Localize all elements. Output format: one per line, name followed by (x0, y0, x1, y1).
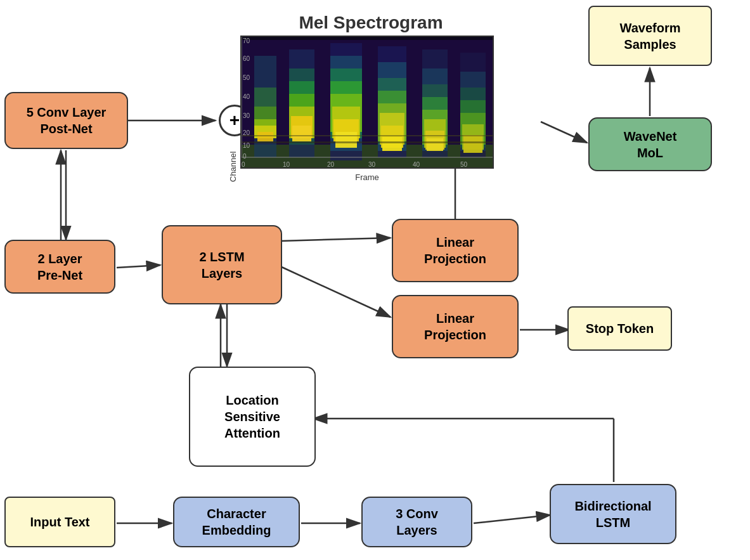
lstm-box: 2 LSTMLayers (162, 225, 282, 304)
svg-text:50: 50 (243, 74, 250, 81)
linear2-label: LinearProjection (424, 310, 486, 343)
wavenet-box: WaveNetMoL (588, 117, 712, 171)
svg-line-6 (280, 238, 391, 241)
svg-text:20: 20 (243, 129, 250, 136)
svg-text:10: 10 (243, 142, 250, 149)
input-text-label: Input Text (30, 514, 89, 530)
svg-line-20 (474, 515, 550, 523)
attention-box: LocationSensitiveAttention (189, 367, 316, 467)
conv3-box: 3 ConvLayers (361, 497, 472, 547)
prenet-box: 2 LayerPre-Net (4, 240, 115, 294)
prenet-label: 2 LayerPre-Net (37, 251, 82, 283)
mel-title: Mel Spectrogram (228, 13, 514, 33)
svg-text:70: 70 (243, 37, 250, 44)
svg-rect-65 (463, 135, 482, 153)
attention-label: LocationSensitiveAttention (224, 392, 280, 441)
svg-rect-66 (242, 37, 494, 40)
svg-line-7 (280, 266, 391, 317)
svg-text:30: 30 (243, 112, 250, 119)
wavenet-label: WaveNetMoL (624, 128, 677, 161)
svg-text:40: 40 (413, 161, 420, 168)
svg-rect-21 (242, 145, 494, 169)
y-axis-label: Channel (228, 55, 238, 182)
svg-line-4 (541, 122, 587, 143)
waveform-box: WaveformSamples (588, 6, 712, 66)
conv3-label: 3 ConvLayers (396, 505, 438, 538)
postnet-label: 5 Conv LayerPost-Net (27, 104, 107, 137)
svg-text:20: 20 (327, 161, 335, 168)
svg-rect-42 (335, 132, 357, 148)
svg-text:50: 50 (460, 161, 468, 168)
svg-text:10: 10 (283, 161, 290, 168)
waveform-label: WaveformSamples (620, 20, 681, 53)
input-text-box: Input Text (4, 497, 115, 547)
svg-rect-34 (292, 126, 311, 141)
mel-container: Mel Spectrogram Channel (228, 13, 514, 182)
bidir-lstm-label: BidirectionalLSTM (574, 498, 651, 531)
svg-text:0: 0 (243, 153, 247, 160)
svg-text:30: 30 (368, 161, 376, 168)
svg-rect-58 (427, 138, 443, 151)
svg-text:60: 60 (243, 55, 250, 62)
svg-line-11 (117, 265, 160, 268)
svg-text:0: 0 (242, 161, 245, 168)
x-axis-label: Frame (240, 173, 494, 182)
svg-rect-68 (242, 135, 494, 136)
diagram: + 5 Conv LayerPost-Net 2 LayerPre-Net 2 … (0, 0, 750, 560)
svg-text:40: 40 (243, 93, 250, 100)
stop-token-box: Stop Token (567, 306, 672, 351)
stop-token-label: Stop Token (586, 320, 654, 337)
bidir-lstm-box: BidirectionalLSTM (550, 484, 676, 544)
svg-rect-27 (257, 132, 273, 141)
lstm-label: 2 LSTMLayers (199, 249, 244, 282)
postnet-box: 5 Conv LayerPost-Net (4, 92, 128, 149)
linear1-box: LinearProjection (392, 219, 519, 282)
mel-spectrogram-chart: 70 60 50 40 30 20 10 0 0 10 20 30 40 50 (240, 36, 494, 169)
char-embedding-label: CharacterEmbedding (202, 505, 271, 538)
linear1-label: LinearProjection (424, 234, 486, 267)
linear2-box: LinearProjection (392, 295, 519, 358)
svg-rect-67 (242, 141, 494, 143)
svg-rect-50 (382, 137, 402, 151)
char-embedding-box: CharacterEmbedding (173, 497, 300, 547)
